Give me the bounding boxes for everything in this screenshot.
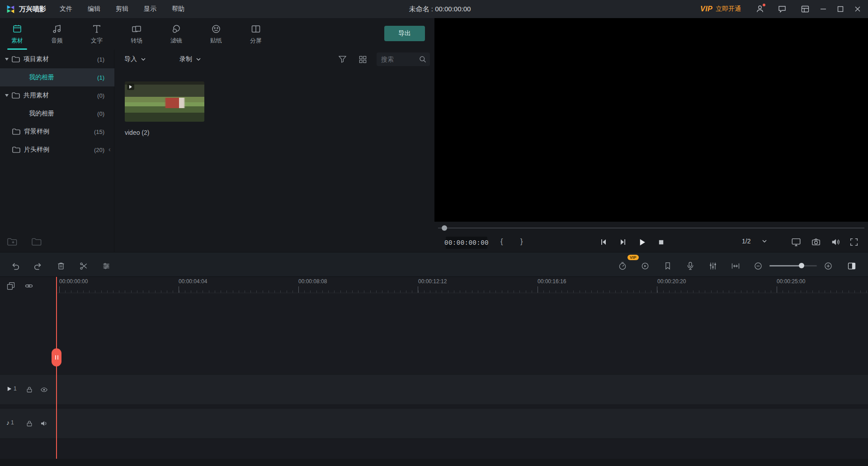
seekbar-handle[interactable] [442, 225, 447, 231]
lock-track-icon[interactable] [25, 385, 33, 394]
tab-transition[interactable]: 转场 [120, 18, 153, 50]
timeline-ruler[interactable]: 00:00:00:00 00:00:04:04 00:00:08:08 00:0… [57, 277, 868, 293]
copy-to-timeline-icon[interactable] [6, 281, 15, 290]
mark-in-button[interactable]: { [500, 238, 503, 246]
grid-view-icon[interactable] [357, 54, 368, 65]
tab-media[interactable]: 素材 [1, 18, 33, 50]
search-icon[interactable] [419, 56, 426, 63]
tab-filter[interactable]: 滤镜 [160, 18, 193, 50]
playhead-line[interactable] [56, 277, 57, 459]
menu-view[interactable]: 显示 [144, 5, 156, 13]
feedback-icon[interactable] [777, 4, 787, 14]
volume-button[interactable] [830, 237, 841, 247]
zoom-in-icon[interactable] [823, 261, 834, 271]
delete-folder-icon[interactable] [32, 238, 42, 246]
render-preview-icon[interactable] [640, 261, 651, 271]
filter-funnel-icon[interactable] [337, 54, 348, 65]
timeline-zoom-slider[interactable] [769, 265, 817, 266]
new-folder-icon[interactable] [7, 238, 17, 246]
speed-gauge-icon[interactable] [617, 261, 628, 271]
previous-frame-button[interactable] [598, 237, 609, 247]
audio-track[interactable] [0, 408, 868, 439]
delete-icon[interactable] [56, 261, 66, 271]
menu-edit[interactable]: 编辑 [88, 5, 100, 13]
title-bar: 万兴喵影 文件 编辑 剪辑 显示 帮助 未命名 : 00:00:00:00 VI… [0, 0, 868, 18]
transition-icon [131, 24, 142, 34]
mute-track-speaker-icon[interactable] [40, 419, 48, 428]
search-input[interactable] [381, 56, 419, 63]
display-device-button[interactable] [791, 237, 802, 247]
playhead-handle[interactable] [52, 348, 61, 366]
fullscreen-button[interactable] [849, 237, 859, 247]
vip-upgrade-label: 立即开通 [716, 5, 741, 13]
video-track[interactable] [0, 374, 868, 405]
menu-help[interactable]: 帮助 [172, 5, 184, 13]
import-button[interactable]: 导入 [124, 52, 146, 66]
collapse-sidebar-handle[interactable]: ‹ [108, 143, 114, 156]
fit-timeline-icon[interactable] [730, 261, 741, 271]
timeline-panel: 00:00:00:00 00:00:04:04 00:00:08:08 00:0… [0, 277, 868, 466]
close-button[interactable] [853, 4, 863, 14]
toggle-panel-icon[interactable] [846, 261, 857, 271]
audio-track-icon: ♪ [6, 419, 9, 426]
play-button[interactable] [637, 237, 647, 247]
preview-page-select[interactable]: 1/2 [742, 238, 767, 245]
menu-clip[interactable]: 剪辑 [116, 5, 128, 13]
filmora-app-window: 万兴喵影 文件 编辑 剪辑 显示 帮助 未命名 : 00:00:00:00 VI… [0, 0, 868, 466]
chevron-down-icon [196, 58, 201, 61]
search-input-box [377, 52, 430, 66]
marker-icon[interactable] [662, 261, 673, 271]
preview-panel: 00:00:00:00 { } 1/2 [434, 18, 868, 252]
maximize-button[interactable] [835, 4, 845, 14]
preview-video[interactable] [434, 18, 868, 222]
properties-icon[interactable] [101, 261, 112, 271]
mark-out-button[interactable]: } [520, 238, 523, 246]
media-thumbnail[interactable] [125, 81, 204, 122]
menu-bar: 文件 编辑 剪辑 显示 帮助 [60, 5, 184, 13]
ruler-label: 00:00:00:00 [59, 278, 88, 285]
tree-item-background-samples[interactable]: 背景样例 (15) [0, 123, 114, 141]
redo-icon[interactable] [33, 261, 43, 271]
export-button[interactable]: 导出 [384, 26, 425, 41]
media-grid-panel: 导入 录制 [114, 50, 434, 252]
voiceover-mic-icon[interactable] [685, 261, 696, 271]
minimize-button[interactable] [818, 4, 828, 14]
expander-icon[interactable] [5, 58, 9, 61]
record-button[interactable]: 录制 [179, 52, 201, 66]
expander-icon[interactable] [5, 94, 9, 97]
next-frame-button[interactable] [618, 237, 628, 247]
vip-badge: VIP [700, 5, 712, 13]
preview-seekbar[interactable] [438, 228, 864, 228]
tree-item-my-album[interactable]: 我的相册 (1) [0, 68, 114, 86]
ruler-ticks [57, 286, 868, 293]
tab-label: 分屏 [250, 37, 262, 45]
tab-text[interactable]: 文字 [80, 18, 113, 50]
tab-splitscreen[interactable]: 分屏 [240, 18, 272, 50]
vip-upgrade-button[interactable]: VIP 立即开通 [700, 0, 741, 18]
tree-item-shared-media[interactable]: 共用素材 (0) [0, 86, 114, 105]
timeline-scrollbar-area[interactable] [0, 459, 868, 466]
link-clips-icon[interactable] [24, 281, 33, 290]
tab-label: 转场 [131, 37, 142, 45]
tree-item-intro-samples[interactable]: 片头样例 (20) [0, 141, 114, 159]
undo-icon[interactable] [10, 261, 21, 271]
workspace-layout-icon[interactable] [800, 4, 810, 14]
chevron-down-icon [141, 58, 146, 61]
lock-track-icon[interactable] [25, 419, 33, 428]
split-scissors-icon[interactable] [78, 261, 89, 271]
snapshot-button[interactable] [811, 237, 821, 247]
stop-button[interactable] [656, 237, 666, 247]
tree-item-project-media[interactable]: 项目素材 (1) [0, 50, 114, 68]
tab-sticker[interactable]: 贴纸 [200, 18, 232, 50]
toggle-visibility-eye-icon[interactable] [40, 385, 48, 394]
audio-mixer-icon[interactable] [708, 261, 718, 271]
zoom-out-icon[interactable] [753, 261, 764, 271]
ruler-label: 00:00:04:04 [179, 278, 207, 285]
tab-audio[interactable]: 音频 [41, 18, 73, 50]
media-item-card[interactable]: video (2) [125, 81, 204, 136]
tree-item-shared-my-album[interactable]: 我的相册 (0) [0, 105, 114, 123]
menu-file[interactable]: 文件 [60, 5, 72, 13]
tab-label: 音频 [51, 37, 63, 45]
account-icon[interactable] [755, 4, 765, 14]
zoom-slider-handle[interactable] [799, 263, 804, 268]
